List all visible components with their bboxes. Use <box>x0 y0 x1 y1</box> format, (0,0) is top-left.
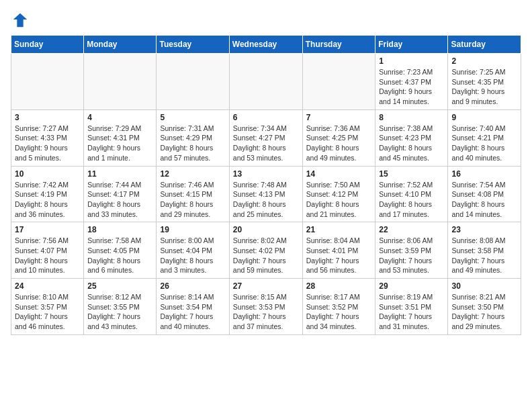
logo-icon <box>11 11 30 30</box>
calendar-cell: 27Sunrise: 8:15 AM Sunset: 3:53 PM Dayli… <box>229 279 302 335</box>
day-number: 12 <box>160 169 225 179</box>
day-number: 8 <box>379 113 444 122</box>
day-info: Sunrise: 8:08 AM Sunset: 3:58 PM Dayligh… <box>451 236 517 275</box>
calendar-week-row: 1Sunrise: 7:23 AM Sunset: 4:37 PM Daylig… <box>11 54 521 110</box>
logo <box>11 11 32 30</box>
day-info: Sunrise: 7:38 AM Sunset: 4:23 PM Dayligh… <box>379 124 444 163</box>
day-number: 20 <box>233 225 299 234</box>
day-number: 21 <box>306 225 372 234</box>
day-header-thursday: Thursday <box>302 36 375 54</box>
day-info: Sunrise: 8:21 AM Sunset: 3:50 PM Dayligh… <box>451 292 517 332</box>
day-info: Sunrise: 7:25 AM Sunset: 4:35 PM Dayligh… <box>451 67 517 107</box>
day-info: Sunrise: 7:34 AM Sunset: 4:27 PM Dayligh… <box>233 124 299 163</box>
day-header-monday: Monday <box>84 36 157 54</box>
day-number: 22 <box>379 225 444 234</box>
day-number: 26 <box>160 281 225 291</box>
calendar-cell <box>11 54 84 110</box>
day-number: 28 <box>306 281 372 291</box>
day-number: 9 <box>451 113 517 122</box>
calendar-cell: 22Sunrise: 8:06 AM Sunset: 3:59 PM Dayli… <box>375 222 448 279</box>
day-info: Sunrise: 7:50 AM Sunset: 4:12 PM Dayligh… <box>306 180 372 220</box>
day-number: 2 <box>451 56 517 66</box>
day-number: 16 <box>451 169 517 179</box>
day-number: 4 <box>87 113 152 122</box>
day-info: Sunrise: 8:17 AM Sunset: 3:52 PM Dayligh… <box>306 292 372 332</box>
day-number: 5 <box>160 113 225 122</box>
calendar-cell <box>229 54 302 110</box>
calendar-cell: 7Sunrise: 7:36 AM Sunset: 4:25 PM Daylig… <box>302 109 375 166</box>
day-number: 29 <box>379 281 444 291</box>
calendar-table: SundayMondayTuesdayWednesdayThursdayFrid… <box>11 35 521 335</box>
calendar-cell: 3Sunrise: 7:27 AM Sunset: 4:33 PM Daylig… <box>11 109 84 166</box>
calendar-cell: 29Sunrise: 8:19 AM Sunset: 3:51 PM Dayli… <box>375 279 448 335</box>
day-info: Sunrise: 7:40 AM Sunset: 4:21 PM Dayligh… <box>451 124 517 163</box>
calendar-cell: 16Sunrise: 7:54 AM Sunset: 4:08 PM Dayli… <box>448 166 521 222</box>
calendar-cell: 24Sunrise: 8:10 AM Sunset: 3:57 PM Dayli… <box>11 279 84 335</box>
day-number: 27 <box>233 281 299 291</box>
day-info: Sunrise: 8:10 AM Sunset: 3:57 PM Dayligh… <box>15 292 80 332</box>
calendar-cell: 28Sunrise: 8:17 AM Sunset: 3:52 PM Dayli… <box>302 279 375 335</box>
day-info: Sunrise: 7:36 AM Sunset: 4:25 PM Dayligh… <box>306 124 372 163</box>
calendar-cell: 2Sunrise: 7:25 AM Sunset: 4:35 PM Daylig… <box>448 54 521 110</box>
day-info: Sunrise: 7:44 AM Sunset: 4:17 PM Dayligh… <box>87 180 152 220</box>
day-number: 15 <box>379 169 444 179</box>
calendar-header-row: SundayMondayTuesdayWednesdayThursdayFrid… <box>11 36 521 54</box>
day-number: 11 <box>87 169 152 179</box>
day-number: 13 <box>233 169 299 179</box>
calendar-cell: 6Sunrise: 7:34 AM Sunset: 4:27 PM Daylig… <box>229 109 302 166</box>
day-info: Sunrise: 7:31 AM Sunset: 4:29 PM Dayligh… <box>160 124 225 163</box>
page-header <box>11 11 521 30</box>
day-info: Sunrise: 7:54 AM Sunset: 4:08 PM Dayligh… <box>451 180 517 220</box>
calendar-cell <box>302 54 375 110</box>
svg-marker-0 <box>13 13 28 28</box>
day-header-sunday: Sunday <box>11 36 84 54</box>
day-info: Sunrise: 7:42 AM Sunset: 4:19 PM Dayligh… <box>15 180 80 220</box>
day-info: Sunrise: 7:52 AM Sunset: 4:10 PM Dayligh… <box>379 180 444 220</box>
day-number: 23 <box>451 225 517 234</box>
calendar-week-row: 24Sunrise: 8:10 AM Sunset: 3:57 PM Dayli… <box>11 279 521 335</box>
calendar-week-row: 10Sunrise: 7:42 AM Sunset: 4:19 PM Dayli… <box>11 166 521 222</box>
day-number: 25 <box>87 281 152 291</box>
calendar-cell: 12Sunrise: 7:46 AM Sunset: 4:15 PM Dayli… <box>157 166 229 222</box>
day-info: Sunrise: 8:15 AM Sunset: 3:53 PM Dayligh… <box>233 292 299 332</box>
day-number: 17 <box>15 225 80 234</box>
day-number: 3 <box>15 113 80 122</box>
calendar-cell: 19Sunrise: 8:00 AM Sunset: 4:04 PM Dayli… <box>157 222 229 279</box>
day-number: 30 <box>451 281 517 291</box>
calendar-week-row: 17Sunrise: 7:56 AM Sunset: 4:07 PM Dayli… <box>11 222 521 279</box>
day-info: Sunrise: 7:48 AM Sunset: 4:13 PM Dayligh… <box>233 180 299 220</box>
day-info: Sunrise: 7:23 AM Sunset: 4:37 PM Dayligh… <box>379 67 444 107</box>
day-info: Sunrise: 8:12 AM Sunset: 3:55 PM Dayligh… <box>87 292 152 332</box>
day-info: Sunrise: 7:29 AM Sunset: 4:31 PM Dayligh… <box>87 124 152 163</box>
day-info: Sunrise: 7:27 AM Sunset: 4:33 PM Dayligh… <box>15 124 80 163</box>
calendar-cell: 11Sunrise: 7:44 AM Sunset: 4:17 PM Dayli… <box>84 166 157 222</box>
calendar-cell: 14Sunrise: 7:50 AM Sunset: 4:12 PM Dayli… <box>302 166 375 222</box>
day-number: 18 <box>87 225 152 234</box>
day-number: 6 <box>233 113 299 122</box>
day-info: Sunrise: 8:19 AM Sunset: 3:51 PM Dayligh… <box>379 292 444 332</box>
calendar-cell: 13Sunrise: 7:48 AM Sunset: 4:13 PM Dayli… <box>229 166 302 222</box>
day-header-saturday: Saturday <box>448 36 521 54</box>
calendar-cell: 10Sunrise: 7:42 AM Sunset: 4:19 PM Dayli… <box>11 166 84 222</box>
day-info: Sunrise: 8:04 AM Sunset: 4:01 PM Dayligh… <box>306 236 372 275</box>
calendar-cell: 20Sunrise: 8:02 AM Sunset: 4:02 PM Dayli… <box>229 222 302 279</box>
calendar-cell: 9Sunrise: 7:40 AM Sunset: 4:21 PM Daylig… <box>448 109 521 166</box>
day-number: 1 <box>379 56 444 66</box>
calendar-cell: 17Sunrise: 7:56 AM Sunset: 4:07 PM Dayli… <box>11 222 84 279</box>
day-info: Sunrise: 7:46 AM Sunset: 4:15 PM Dayligh… <box>160 180 225 220</box>
calendar-cell: 26Sunrise: 8:14 AM Sunset: 3:54 PM Dayli… <box>157 279 229 335</box>
calendar-cell: 25Sunrise: 8:12 AM Sunset: 3:55 PM Dayli… <box>84 279 157 335</box>
calendar-cell: 15Sunrise: 7:52 AM Sunset: 4:10 PM Dayli… <box>375 166 448 222</box>
calendar-cell: 21Sunrise: 8:04 AM Sunset: 4:01 PM Dayli… <box>302 222 375 279</box>
day-number: 24 <box>15 281 80 291</box>
day-info: Sunrise: 8:00 AM Sunset: 4:04 PM Dayligh… <box>160 236 225 275</box>
day-info: Sunrise: 8:02 AM Sunset: 4:02 PM Dayligh… <box>233 236 299 275</box>
day-number: 10 <box>15 169 80 179</box>
day-info: Sunrise: 7:58 AM Sunset: 4:05 PM Dayligh… <box>87 236 152 275</box>
day-number: 7 <box>306 113 372 122</box>
calendar-cell: 30Sunrise: 8:21 AM Sunset: 3:50 PM Dayli… <box>448 279 521 335</box>
calendar-cell: 1Sunrise: 7:23 AM Sunset: 4:37 PM Daylig… <box>375 54 448 110</box>
calendar-cell: 8Sunrise: 7:38 AM Sunset: 4:23 PM Daylig… <box>375 109 448 166</box>
day-header-friday: Friday <box>375 36 448 54</box>
calendar-cell: 5Sunrise: 7:31 AM Sunset: 4:29 PM Daylig… <box>157 109 229 166</box>
